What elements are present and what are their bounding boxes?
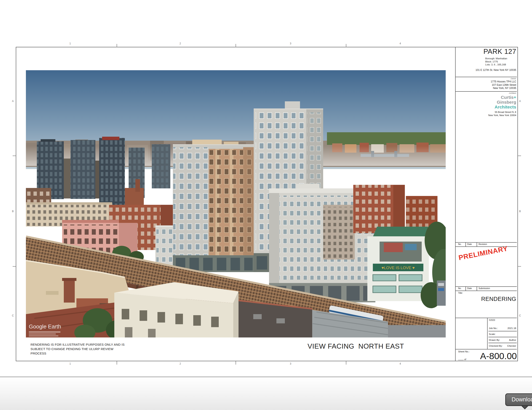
zone-tick <box>13 266 16 267</box>
sheet-title: RENDERING <box>481 296 516 302</box>
viewer-background <box>0 377 532 410</box>
sheet-number: A-800.00 <box>480 351 517 361</box>
checked-by-value: Checker <box>507 345 516 347</box>
page-of: of <box>458 358 466 361</box>
view-caption: VIEW FACING NORTH EAST <box>291 342 421 350</box>
revision-col-no: No. <box>458 243 461 245</box>
owner-address2: New York, NY 10035 <box>491 87 516 90</box>
zone-col-label: 2 <box>178 362 183 365</box>
checked-by-label: Checked By: <box>489 345 503 347</box>
download-button[interactable]: Download <box>505 393 532 406</box>
zone-col-label: 1 <box>67 42 73 45</box>
zone-col-label: 3 <box>288 42 293 45</box>
divider <box>487 318 488 349</box>
of-label: of <box>464 358 466 361</box>
project-address: 101 E 127th St. New York NY 10035 <box>475 69 516 72</box>
divider <box>488 343 517 343</box>
page-of-blank <box>458 358 464 360</box>
revision-col-date: Date <box>467 243 472 245</box>
preliminary-stamp: PRELIMINARY <box>448 243 518 264</box>
owner-label: Owner <box>511 78 516 80</box>
submission-col-no: No. <box>458 287 461 290</box>
architect-logo-architects: Architects <box>494 104 516 109</box>
zone-tick <box>236 44 236 47</box>
submission-col-date: Date <box>467 287 472 290</box>
disclaimer-line: SUBJECT TO CHANGE PENDING THE ULURP REVI… <box>30 347 125 351</box>
mural-text: ♥LOVE IS LOVE ♥ <box>381 265 415 270</box>
zone-row-label: A <box>517 100 523 103</box>
divider <box>488 331 517 331</box>
job-no-label: Job No.: <box>489 327 498 329</box>
drawn-by-label: Drawn By: <box>489 339 500 341</box>
zone-tick <box>236 361 236 364</box>
divider <box>488 337 517 337</box>
submission-col-submission: Submission <box>478 287 490 290</box>
zone-row-label: C <box>10 314 16 317</box>
project-title: PARK 127 <box>483 47 516 55</box>
divider <box>456 286 517 287</box>
drawn-by-value: Author <box>509 339 516 341</box>
zone-row-label: B <box>517 210 523 213</box>
architect-logo-curtis: Curtis <box>501 95 514 100</box>
divider <box>456 77 517 77</box>
borough-line: Borough: Manhattan <box>485 57 507 60</box>
revision-col-revision: Revision <box>478 243 487 245</box>
zone-tick <box>346 44 346 47</box>
architect-logo-ginsberg: Ginsberg <box>494 100 516 104</box>
architect-label: Architect <box>509 92 516 94</box>
zone-tick <box>117 361 117 364</box>
zone-tick <box>518 266 521 267</box>
title-block: PARK 127 Borough: Manhattan Block: 1775 … <box>455 47 518 361</box>
divider <box>456 349 517 349</box>
lot-info: Borough: Manhattan Block: 1775 Lots: 3, … <box>485 57 507 66</box>
owner-name: 1775 Houses TP4 LLC <box>491 80 516 83</box>
divider <box>456 242 517 243</box>
architect-address1: 55 Broad Street FL 8 <box>488 111 516 114</box>
scale-label: Scale: <box>489 333 495 335</box>
disclaimer-line: RENDERING IS FOR ILLUSTRATIVE PURPOSES O… <box>30 342 125 347</box>
sheet-no-label: Sheet No.: <box>458 350 469 353</box>
zone-row-label: B <box>10 210 16 213</box>
title-label: Title: <box>458 292 463 294</box>
architect-address: 55 Broad Street FL 8 New York, New York … <box>488 111 516 117</box>
pdf-viewer-screen: 1 2 3 4 1 2 3 4 A B C A B C <box>0 0 532 410</box>
block-line: Block: 1775 <box>485 60 507 63</box>
zone-col-label: 1 <box>67 362 73 365</box>
divider <box>466 242 466 247</box>
lots-line: Lots: 3, 6 , 165,168 <box>485 63 507 66</box>
zone-tick <box>518 155 521 156</box>
zone-col-label: 4 <box>398 362 403 365</box>
divider <box>456 91 517 92</box>
architect-address2: New York, New York 10004 <box>488 114 516 117</box>
divider <box>477 286 477 291</box>
disclaimer-note: RENDERING IS FOR ILLUSTRATIVE PURPOSES O… <box>30 342 125 355</box>
zone-tick <box>117 44 117 47</box>
zone-tick <box>13 155 16 156</box>
owner-info: 1775 Houses TP4 LLC 107 East 126th Stree… <box>491 80 516 90</box>
zone-col-label: 3 <box>288 362 293 365</box>
architect-logo: Curtis+ Ginsberg Architects <box>494 95 516 109</box>
copyright: ©2023 <box>489 319 495 321</box>
architect-logo-plus: + <box>514 95 516 100</box>
disclaimer-line: PROCESS <box>30 351 125 355</box>
rendering-image: ♥LOVE IS LOVE ♥ <box>26 70 446 337</box>
owner-address1: 107 East 126th Street <box>491 83 516 87</box>
divider <box>477 242 477 247</box>
zone-tick <box>346 361 346 364</box>
job-no-value: 2021.18 <box>507 327 516 329</box>
zone-row-label: A <box>10 100 16 103</box>
google-earth-watermark: Google Earth <box>29 323 61 330</box>
zone-col-label: 4 <box>398 42 403 45</box>
divider <box>456 318 517 318</box>
divider <box>456 291 517 291</box>
zone-row-label: C <box>517 314 523 317</box>
divider <box>466 286 466 291</box>
zone-col-label: 2 <box>178 42 183 45</box>
